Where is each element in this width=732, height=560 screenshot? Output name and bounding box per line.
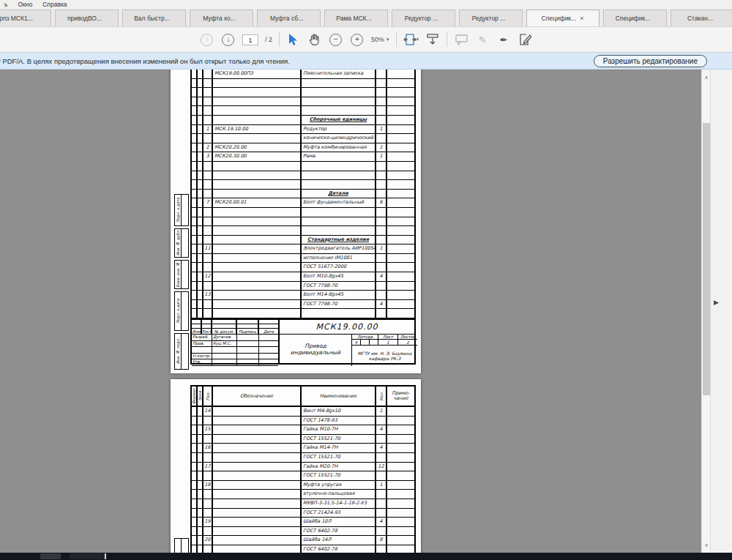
tb-signature-cell <box>237 347 259 354</box>
os-taskbar[interactable] <box>0 553 732 560</box>
comment-icon[interactable] <box>454 31 468 48</box>
spec-row: втулочно-пальцевая <box>192 490 414 499</box>
cell-qty: 8 <box>376 536 387 545</box>
cell-format <box>192 499 198 509</box>
cell-qty <box>376 190 387 199</box>
taskbar-item[interactable] <box>40 553 61 559</box>
tb-role-label: Пров. <box>192 341 212 348</box>
spec-row: ГОСТ 15521-70 <box>192 435 414 444</box>
zoom-in-icon[interactable]: + <box>351 34 363 46</box>
col-note-label: Приме- чание <box>387 387 414 406</box>
menu-item-help[interactable]: Справка <box>42 1 67 8</box>
document-tab[interactable]: Редуктор ... <box>392 10 455 26</box>
cell-format <box>192 106 198 116</box>
margin-stamp-label: Инв. № подл. <box>176 338 180 364</box>
scrollbar-thumb[interactable] <box>703 123 710 395</box>
cell-zone <box>198 79 203 89</box>
tab-label: Вал быстр... <box>134 15 170 22</box>
spec-row: ГОСТ 51677-2000 <box>192 263 414 272</box>
scrolling-mode-icon[interactable] <box>425 31 440 48</box>
fill-sign-icon[interactable] <box>518 31 532 48</box>
sign-icon[interactable]: ✒ <box>496 31 511 48</box>
cell-qty <box>376 134 387 143</box>
pdfa-message: у PDF/A. В целях предотвращения внесения… <box>0 57 290 65</box>
cell-pos: 1 <box>203 125 213 135</box>
tab-close-icon[interactable]: × <box>579 15 584 22</box>
document-tab[interactable]: Вал быстр... <box>122 10 186 26</box>
cell-format <box>192 134 198 143</box>
next-page-icon[interactable]: ↓ <box>222 34 234 46</box>
cell-designation <box>213 490 302 499</box>
menu-item-window[interactable]: Окно <box>18 1 32 8</box>
document-tab[interactable]: приводВО... <box>55 10 119 26</box>
page-number-input[interactable]: 1 <box>242 34 258 45</box>
zoom-level-select[interactable]: 50% ▾ <box>371 36 389 43</box>
cell-note <box>387 180 414 190</box>
cell-note <box>387 134 414 143</box>
toolbar-divider <box>279 32 280 47</box>
zoom-out-icon[interactable]: − <box>329 34 342 46</box>
fit-width-icon[interactable]: ▾ <box>403 31 419 48</box>
tb-sheet-value: 1 <box>378 340 397 346</box>
document-tab-bar: рпз МСК1... приводВО... Вал быстр... Муф… <box>0 9 732 26</box>
cell-pos <box>203 254 213 264</box>
panel-expand-icon[interactable]: ▶ <box>714 299 719 306</box>
cell-pos <box>203 171 213 181</box>
tb-date-cell <box>259 341 278 348</box>
cell-name: исполнение IM1081 <box>302 254 376 264</box>
cell-zone <box>198 190 203 199</box>
cell-zone <box>198 407 203 417</box>
document-tab[interactable]: Редуктор ... <box>459 10 523 26</box>
tb-role-label <box>192 347 212 354</box>
cell-zone <box>198 463 203 472</box>
cell-pos: 2 <box>203 143 213 153</box>
vertical-scrollbar[interactable]: ∧ ∨ <box>701 70 710 553</box>
cell-qty <box>376 79 387 89</box>
tb-document-number: МСК19.00.00 <box>278 320 414 335</box>
document-tab[interactable]: Стакан... <box>671 10 732 26</box>
tb-document-title: Привод индивидуальный <box>278 335 351 363</box>
cell-qty <box>376 471 387 481</box>
document-tab[interactable]: Муфта сб... <box>257 10 321 26</box>
document-tab[interactable]: Муфта ко... <box>190 10 253 26</box>
margin-stamp-label: Взам. инв. № <box>176 262 180 288</box>
cell-format <box>192 162 198 171</box>
document-tab[interactable]: рпз МСК1... <box>0 10 51 26</box>
cell-zone <box>198 545 203 553</box>
cell-name <box>302 180 376 190</box>
previous-page-icon[interactable]: ↑ <box>201 34 213 46</box>
document-viewport[interactable]: Подп. и дата Инв. № дубл. Взам. инв. № П… <box>0 70 701 553</box>
cell-pos <box>203 70 213 79</box>
tb-signature-cell <box>237 341 259 348</box>
document-tab[interactable]: Специфик... <box>603 10 667 26</box>
cell-zone <box>198 143 203 153</box>
cell-designation <box>213 417 302 426</box>
cell-note <box>387 162 414 171</box>
col-zone-label: Зона <box>198 391 202 401</box>
spec-row: 18 Муфта упругая 1 <box>192 481 414 490</box>
highlight-icon[interactable]: ✎ <box>475 31 490 48</box>
cell-zone <box>198 236 203 245</box>
taskbar-item[interactable] <box>70 553 106 559</box>
spec-row: ГОСТ 15521-70 <box>192 471 414 481</box>
menu-bar: ь Окно Справка <box>0 0 732 9</box>
chevron-down-icon: ▾ <box>386 37 389 42</box>
select-tool-icon[interactable] <box>286 31 301 48</box>
tb-role-label: Н.контр. <box>192 354 212 360</box>
cell-designation <box>213 300 302 310</box>
tb-sign-row: Разраб. Дуганов М.А. <box>192 335 278 341</box>
tb-person-name <box>212 354 237 360</box>
cell-zone <box>198 134 203 143</box>
hand-tool-icon[interactable] <box>307 31 322 48</box>
document-tab[interactable]: Рама МСК... <box>324 10 388 26</box>
document-tab[interactable]: Специфик... × <box>526 10 600 26</box>
cell-qty: 1 <box>376 143 387 153</box>
cell-zone <box>198 417 203 426</box>
cell-zone <box>198 152 203 162</box>
enable-editing-button[interactable]: Разрешить редактирование <box>594 55 707 67</box>
cell-pos <box>203 527 213 537</box>
menu-item-cut[interactable]: ь <box>4 1 7 8</box>
cell-format <box>192 116 198 125</box>
cell-note <box>387 471 414 481</box>
cell-qty <box>376 217 387 227</box>
